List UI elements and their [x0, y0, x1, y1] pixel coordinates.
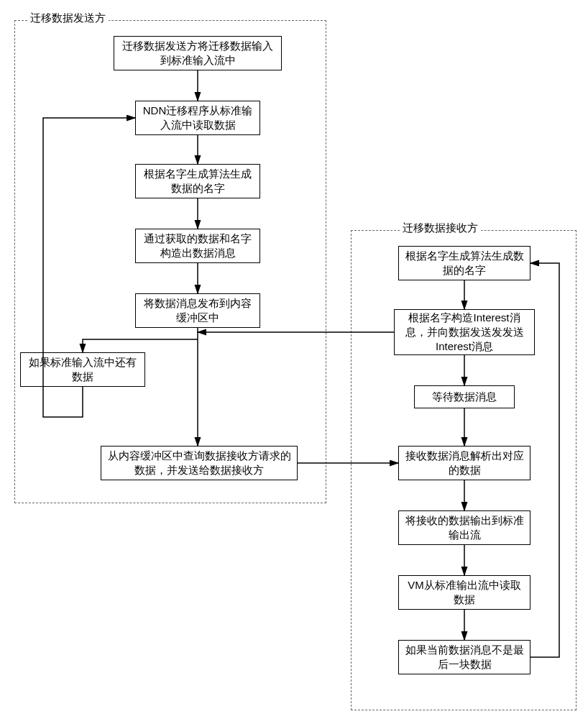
- sender-step-query-send: 从内容缓冲区中查询数据接收方请求的数据，并发送给数据接收方: [101, 446, 298, 480]
- receiver-step-wait: 等待数据消息: [414, 385, 515, 408]
- sender-step-build-msg: 通过获取的数据和名字构造出数据消息: [135, 229, 260, 263]
- receiver-step-vm-read: VM从标准输出流中读取数据: [398, 575, 530, 610]
- sender-step-input-stdin: 迁移数据发送方将迁移数据输入到标准输入流中: [114, 36, 282, 70]
- receiver-step-output-stdout: 将接收的数据输出到标准输出流: [398, 510, 530, 545]
- flowchart: 迁移数据发送方 迁移数据接收方 迁移数据发送方将迁移数据输入到标准输入流中 ND…: [0, 0, 588, 719]
- sender-title: 迁移数据发送方: [27, 12, 109, 25]
- receiver-step-if-not-last: 如果当前数据消息不是最后一块数据: [398, 640, 530, 674]
- receiver-step-interest: 根据名字构造Interest消息，并向数据发送发发送Interest消息: [394, 309, 535, 355]
- receiver-step-parse: 接收数据消息解析出对应的数据: [398, 446, 530, 480]
- receiver-title: 迁移数据接收方: [400, 221, 481, 235]
- sender-step-if-more-data: 如果标准输入流中还有数据: [20, 352, 145, 387]
- receiver-step-gen-name: 根据名字生成算法生成数据的名字: [398, 246, 530, 280]
- sender-step-ndn-read: NDN迁移程序从标准输入流中读取数据: [135, 101, 260, 135]
- sender-step-gen-name: 根据名字生成算法生成数据的名字: [135, 164, 260, 198]
- sender-step-publish-cache: 将数据消息发布到内容缓冲区中: [135, 293, 260, 328]
